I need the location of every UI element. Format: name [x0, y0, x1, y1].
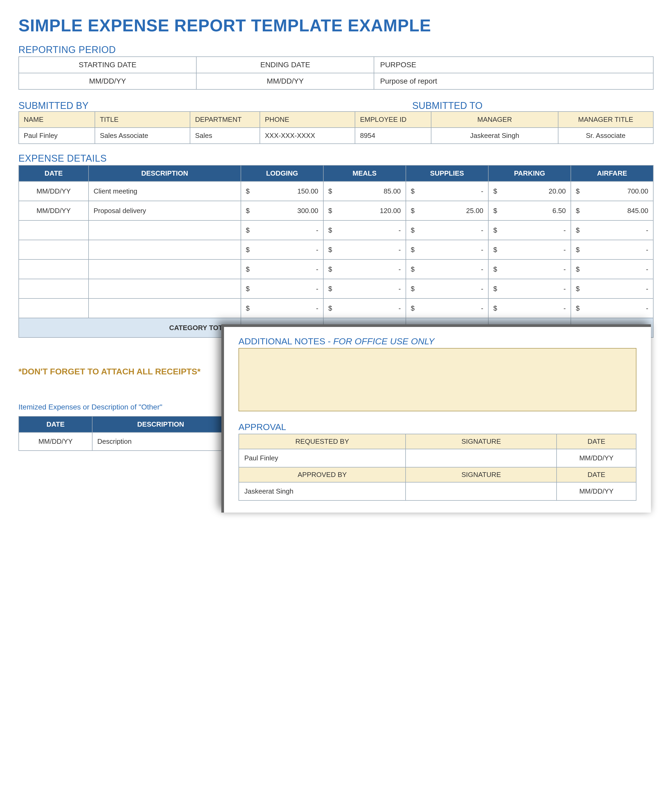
exp-description-cell[interactable]: Proposal delivery: [88, 201, 241, 220]
exp-description-cell[interactable]: [88, 220, 241, 240]
exp-supplies-cell[interactable]: $-: [406, 260, 488, 279]
requested-signature[interactable]: [406, 449, 557, 467]
name-header: NAME: [19, 112, 95, 128]
expense-row: $-$-$-$-$-: [19, 240, 653, 260]
department-value[interactable]: Sales: [190, 128, 260, 144]
additional-notes-box[interactable]: [238, 348, 637, 411]
starting-date-value[interactable]: MM/DD/YY: [19, 73, 196, 89]
exp-description-header: DESCRIPTION: [88, 165, 241, 181]
exp-date-cell[interactable]: [19, 298, 88, 318]
exp-description-cell[interactable]: Client meeting: [88, 181, 241, 201]
approved-date[interactable]: MM/DD/YY: [557, 482, 636, 501]
signature-header-2: SIGNATURE: [406, 467, 557, 482]
exp-parking-cell[interactable]: $-: [488, 279, 571, 298]
exp-date-cell[interactable]: MM/DD/YY: [19, 181, 88, 201]
exp-airfare-cell[interactable]: $-: [571, 298, 653, 318]
exp-date-cell[interactable]: MM/DD/YY: [19, 201, 88, 220]
exp-airfare-cell[interactable]: $-: [571, 220, 653, 240]
exp-meals-cell[interactable]: $85.00: [323, 181, 406, 201]
exp-description-cell[interactable]: [88, 298, 241, 318]
starting-date-header: STARTING DATE: [19, 57, 196, 73]
exp-airfare-header: AIRFARE: [571, 165, 653, 181]
expense-row: $-$-$-$-$-: [19, 298, 653, 318]
exp-lodging-header: LODGING: [241, 165, 323, 181]
requested-by-header: REQUESTED BY: [239, 434, 406, 449]
exp-lodging-cell[interactable]: $-: [241, 279, 323, 298]
exp-date-cell[interactable]: [19, 240, 88, 260]
exp-supplies-cell[interactable]: $-: [406, 240, 488, 260]
approval-table: REQUESTED BY SIGNATURE DATE Paul Finley …: [238, 434, 637, 501]
exp-lodging-cell[interactable]: $150.00: [241, 181, 323, 201]
exp-date-cell[interactable]: [19, 260, 88, 279]
exp-parking-cell[interactable]: $20.00: [488, 181, 571, 201]
approved-by-value[interactable]: Jaskeerat Singh: [239, 482, 406, 501]
ending-date-value[interactable]: MM/DD/YY: [196, 73, 374, 89]
requested-date[interactable]: MM/DD/YY: [557, 449, 636, 467]
exp-meals-header: MEALS: [323, 165, 406, 181]
exp-supplies-cell[interactable]: $-: [406, 298, 488, 318]
exp-description-cell[interactable]: [88, 240, 241, 260]
reporting-period-label: REPORTING PERIOD: [18, 44, 654, 55]
exp-date-cell[interactable]: [19, 279, 88, 298]
approved-signature[interactable]: [406, 482, 557, 501]
ending-date-header: ENDING DATE: [196, 57, 374, 73]
exp-parking-cell[interactable]: $-: [488, 240, 571, 260]
exp-meals-cell[interactable]: $-: [323, 220, 406, 240]
exp-supplies-cell[interactable]: $-: [406, 220, 488, 240]
exp-airfare-cell[interactable]: $-: [571, 279, 653, 298]
exp-description-cell[interactable]: [88, 260, 241, 279]
exp-airfare-cell[interactable]: $-: [571, 240, 653, 260]
department-header: DEPARTMENT: [190, 112, 260, 128]
expense-row: $-$-$-$-$-: [19, 220, 653, 240]
exp-parking-header: PARKING: [488, 165, 571, 181]
purpose-value[interactable]: Purpose of report: [374, 73, 653, 89]
manager-title-value[interactable]: Sr. Associate: [558, 128, 653, 144]
exp-meals-cell[interactable]: $-: [323, 240, 406, 260]
exp-lodging-cell[interactable]: $-: [241, 298, 323, 318]
exp-meals-cell[interactable]: $-: [323, 260, 406, 279]
exp-meals-cell[interactable]: $120.00: [323, 201, 406, 220]
employee-id-header: EMPLOYEE ID: [355, 112, 431, 128]
manager-title-header: MANAGER TITLE: [558, 112, 653, 128]
exp-parking-cell[interactable]: $-: [488, 260, 571, 279]
approval-label: APPROVAL: [238, 422, 637, 432]
exp-supplies-cell[interactable]: $-: [406, 181, 488, 201]
signature-header-1: SIGNATURE: [406, 434, 557, 449]
exp-lodging-cell[interactable]: $300.00: [241, 201, 323, 220]
submitted-table: NAME TITLE DEPARTMENT PHONE EMPLOYEE ID …: [18, 111, 654, 144]
exp-description-cell[interactable]: [88, 279, 241, 298]
title-value[interactable]: Sales Associate: [95, 128, 190, 144]
employee-id-value[interactable]: 8954: [355, 128, 431, 144]
date-header-1: DATE: [557, 434, 636, 449]
exp-date-cell[interactable]: [19, 220, 88, 240]
manager-header: MANAGER: [431, 112, 558, 128]
expense-row: MM/DD/YYClient meeting$150.00$85.00$-$20…: [19, 181, 653, 201]
exp-meals-cell[interactable]: $-: [323, 279, 406, 298]
expense-details-label: EXPENSE DETAILS: [18, 153, 654, 164]
reporting-period-table: STARTING DATE ENDING DATE PURPOSE MM/DD/…: [18, 56, 654, 90]
exp-lodging-cell[interactable]: $-: [241, 260, 323, 279]
exp-supplies-cell[interactable]: $25.00: [406, 201, 488, 220]
exp-parking-cell[interactable]: $-: [488, 220, 571, 240]
exp-parking-cell[interactable]: $6.50: [488, 201, 571, 220]
expense-row: $-$-$-$-$-: [19, 260, 653, 279]
exp-airfare-cell[interactable]: $-: [571, 260, 653, 279]
name-value[interactable]: Paul Finley: [19, 128, 95, 144]
date-header-2: DATE: [557, 467, 636, 482]
page-title: SIMPLE EXPENSE REPORT TEMPLATE EXAMPLE: [18, 16, 654, 35]
exp-airfare-cell[interactable]: $845.00: [571, 201, 653, 220]
exp-lodging-cell[interactable]: $-: [241, 220, 323, 240]
submitted-by-label: SUBMITTED BY: [18, 100, 88, 111]
exp-parking-cell[interactable]: $-: [488, 298, 571, 318]
manager-value[interactable]: Jaskeerat Singh: [431, 128, 558, 144]
expense-row: $-$-$-$-$-: [19, 279, 653, 298]
expense-row: MM/DD/YYProposal delivery$300.00$120.00$…: [19, 201, 653, 220]
exp-meals-cell[interactable]: $-: [323, 298, 406, 318]
title-header: TITLE: [95, 112, 190, 128]
exp-airfare-cell[interactable]: $700.00: [571, 181, 653, 201]
office-use-panel: ADDITIONAL NOTES - FOR OFFICE USE ONLY A…: [221, 324, 651, 513]
exp-supplies-cell[interactable]: $-: [406, 279, 488, 298]
phone-value[interactable]: XXX-XXX-XXXX: [260, 128, 355, 144]
exp-lodging-cell[interactable]: $-: [241, 240, 323, 260]
requested-by-value[interactable]: Paul Finley: [239, 449, 406, 467]
